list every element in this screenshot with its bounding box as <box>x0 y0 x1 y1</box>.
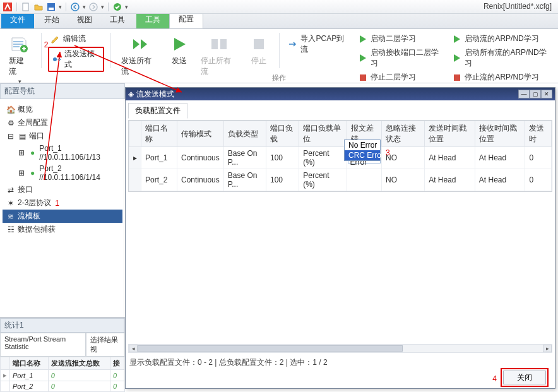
play-icon <box>358 53 368 63</box>
scroll-right-icon[interactable]: ▸ <box>543 345 552 352</box>
arp-start-button[interactable]: 启动流的ARP/ND学习 <box>449 33 553 45</box>
col-loadtype[interactable]: 负载类型 <box>223 121 266 147</box>
close-button[interactable]: 关闭 <box>503 371 546 384</box>
send-all-button[interactable]: 发送所有流 <box>117 33 162 78</box>
tab-tools[interactable]: 工具 <box>101 12 134 28</box>
capture-icon: ☷ <box>6 225 15 234</box>
tree-interfaces[interactable]: ⇄接口 <box>3 183 122 196</box>
col-txtime[interactable]: 发送时 <box>525 121 552 147</box>
tree-l23-label: 2-3层协议 <box>18 198 51 208</box>
tab-tools-context[interactable]: 工具 <box>136 12 169 28</box>
dialog-title: 流发送模式 <box>136 89 174 100</box>
dialog-title-icon: ◈ <box>128 90 134 98</box>
send-mode-icon <box>52 54 62 64</box>
plus-box-icon: ⊞ <box>17 169 25 177</box>
dropdown-option-crcerror[interactable]: CRC Error <box>345 150 380 160</box>
ribbon: 新建流 ▾ 编辑流 流发送模式 2 发送所有流 发送 停止所有流 停止 导入PC… <box>0 29 558 83</box>
horizontal-scrollbar[interactable]: ◂ ▸ <box>128 344 552 353</box>
apply-icon[interactable] <box>112 2 122 12</box>
stats-tab-select[interactable]: 选择结果视 <box>86 333 125 356</box>
tree-template[interactable]: ≋流模板 <box>3 210 122 223</box>
tab-start[interactable]: 开始 <box>35 12 68 28</box>
dialog-tab-load[interactable]: 负载配置文件 <box>128 103 187 119</box>
col-load[interactable]: 端口负载 <box>266 121 299 147</box>
svg-rect-1 <box>23 3 28 11</box>
col-port[interactable]: 端口名称 <box>141 121 177 147</box>
stop-label: 停止 <box>251 56 266 66</box>
scroll-left-icon[interactable]: ◂ <box>129 345 138 352</box>
scroll-thumb[interactable] <box>138 345 403 352</box>
arp-all-start-button[interactable]: 启动所有流的ARP/ND学习 <box>449 47 553 69</box>
stop-all-icon <box>209 34 229 54</box>
svg-point-4 <box>71 3 79 11</box>
col-ignore[interactable]: 忽略连接状态 <box>382 121 425 147</box>
maximize-button[interactable]: ▢ <box>530 90 541 98</box>
l2-learn-start-label: 启动二层学习 <box>371 33 416 44</box>
stats-panel: 统计1 Stream/Port Stream Statistic 选择结果视 端… <box>0 317 125 392</box>
back-icon[interactable] <box>70 2 80 12</box>
col-mode[interactable]: 传输模式 <box>177 121 224 147</box>
l2-learn-start-button[interactable]: 启动二层学习 <box>355 33 446 45</box>
table-row[interactable]: Port_200 <box>1 381 125 392</box>
stop-all-button[interactable]: 停止所有流 <box>197 33 241 78</box>
table-row[interactable]: ▸ Port_1 Continuous Base On P... 100 Per… <box>129 147 552 169</box>
l2-learn-rx-start-button[interactable]: 启动接收端口二层学习 <box>355 47 446 69</box>
l2-learn-rx-label: 启动接收端口二层学习 <box>371 47 443 69</box>
tree-port1[interactable]: ⊞●Port_1 //10.0.11.106/1/13 <box>3 143 122 163</box>
play-icon <box>452 34 462 44</box>
dropdown-option-noerror[interactable]: No Error <box>345 140 380 150</box>
close-window-button[interactable]: ✕ <box>541 90 552 98</box>
import-pcap-button[interactable]: 导入PCAP到流 <box>285 33 352 56</box>
tree-port2-label: Port_2 //10.0.11.106/1/14 <box>39 164 121 182</box>
tree-capture-label: 数据包捕获 <box>18 224 56 235</box>
tab-view[interactable]: 视图 <box>68 12 101 28</box>
save-icon[interactable] <box>46 2 56 12</box>
error-dropdown-list[interactable]: No Error CRC Error <box>344 140 381 161</box>
send-mode-button[interactable]: 流发送模式 2 <box>48 47 104 72</box>
tree-port2[interactable]: ⊞●Port_2 //10.0.11.106/1/14 <box>3 163 122 183</box>
stats-tab-stream[interactable]: Stream/Port Stream Statistic <box>0 333 86 356</box>
new-file-icon[interactable] <box>21 2 31 12</box>
import-pcap-label: 导入PCAP到流 <box>300 33 349 55</box>
port-icon: ▤ <box>18 132 27 141</box>
col-txpos[interactable]: 发送时间戳位置 <box>425 121 475 147</box>
minimize-button[interactable]: — <box>518 90 530 98</box>
col-unit[interactable]: 端口负载单位 <box>299 121 347 147</box>
stop-button[interactable]: 停止 <box>245 33 273 68</box>
stats-header: 统计1 <box>0 318 125 333</box>
send-icon <box>169 34 189 54</box>
app-title: Renix[Untitled*.xcfg] <box>484 2 552 11</box>
tree-l23[interactable]: ✶2-3层协议1 <box>3 196 122 210</box>
edit-stream-button[interactable]: 编辑流 <box>48 33 104 45</box>
annotation-1: 1 <box>55 199 59 208</box>
annotation-2: 2 <box>44 40 49 49</box>
app-logo-icon <box>3 2 13 12</box>
stats-col-rx: 接 <box>110 357 125 370</box>
ribbon-group-label: 操作 <box>0 73 558 83</box>
annotation-4: 4 <box>492 374 497 383</box>
send-all-icon <box>129 34 150 54</box>
config-nav-header: 配置导航 <box>0 83 125 99</box>
table-row[interactable]: ▸Port_100 <box>1 370 125 381</box>
dialog-grid: 端口名称 传输模式 负载类型 端口负载 端口负载单位 报文差错 忽略连接状态 发… <box>128 120 552 192</box>
send-button[interactable]: 发送 <box>165 33 193 68</box>
home-icon: 🏠 <box>6 105 15 114</box>
dialog-titlebar[interactable]: ◈ 流发送模式 — ▢ ✕ <box>126 88 555 100</box>
tab-file[interactable]: 文件 <box>1 12 34 28</box>
tree-port1-label: Port_1 //10.0.11.106/1/13 <box>39 144 121 162</box>
edit-stream-label: 编辑流 <box>63 33 86 44</box>
svg-rect-3 <box>49 8 54 10</box>
col-rxpos[interactable]: 接收时间戳位置 <box>475 121 525 147</box>
tree-overview[interactable]: 🏠概览 <box>3 103 122 116</box>
stats-col-port: 端口名称 <box>10 357 49 370</box>
stats-table: 端口名称发送流报文总数接 ▸Port_100 Port_200 <box>0 357 125 392</box>
table-row[interactable]: Port_2 Continuous Base On P... 100 Perce… <box>129 169 552 191</box>
open-file-icon[interactable] <box>33 2 44 12</box>
svg-point-5 <box>90 3 97 11</box>
tree-capture[interactable]: ☷数据包捕获 <box>3 223 122 236</box>
send-mode-label: 流发送模式 <box>64 49 100 70</box>
play-icon <box>358 34 368 44</box>
tree-global[interactable]: ⚙全局配置 <box>3 116 122 129</box>
tree-ports[interactable]: ⊟▤端口 <box>3 129 122 143</box>
forward-icon[interactable] <box>88 2 98 12</box>
